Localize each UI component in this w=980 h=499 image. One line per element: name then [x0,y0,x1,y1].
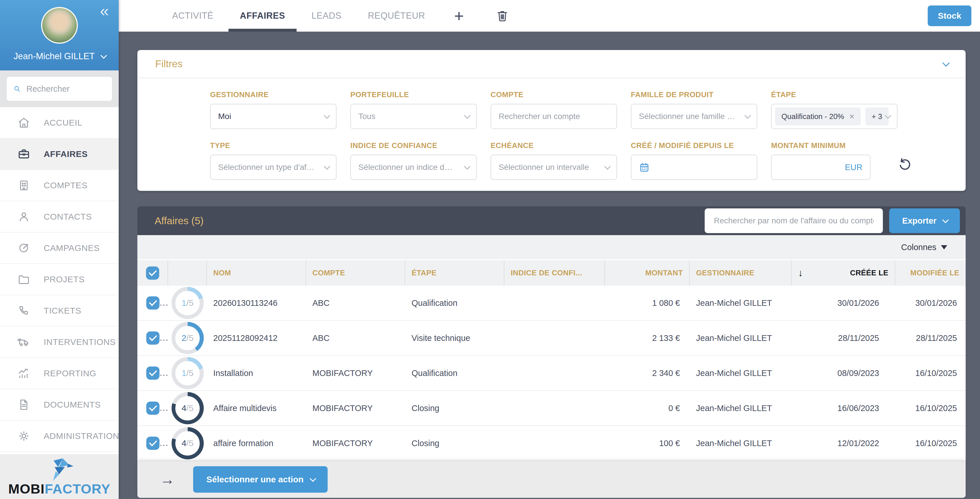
avatar[interactable] [41,7,78,44]
select-action-button[interactable]: Sélectionner une action [193,466,328,493]
col-creee-le[interactable]: ↓ CRÉÉE LE [792,260,895,286]
col-montant[interactable]: MONTANT [605,260,690,286]
cell-etape: Closing [405,403,504,413]
sidebar-item-label: TICKETS [44,306,81,316]
sidebar-item-administration[interactable]: ADMINISTRATION [0,421,119,452]
gestionnaire-select[interactable]: Moi [210,104,337,129]
add-tab-icon[interactable]: + [454,8,464,24]
sidebar-item-reporting[interactable]: REPORTING [0,358,119,389]
sidebar-item-tickets[interactable]: TICKETS [0,295,119,327]
table-row[interactable]: ... 4/5 affaire formation MOBIFACTORY Cl… [137,426,966,461]
table-row[interactable]: ... 1/5 20260130113246 ABC Qualification… [137,286,966,321]
gear-icon [17,429,30,443]
filter-label: MONTANT MINIMUM [771,141,897,150]
etape-more-chip[interactable]: + 3 [865,107,889,125]
table-row[interactable]: ... 4/5 Affaire multidevis MOBIFACTORY C… [137,391,966,426]
cell-montant: 1 080 € [605,298,690,308]
sidebar-item-label: INTERVENTIONS [44,337,116,347]
filters-collapse-icon[interactable] [942,59,950,66]
chevron-down-icon [464,112,471,119]
type-select[interactable]: Sélectionner un type d'affa... [210,155,337,180]
sidebar-item-label: ACCUEIL [44,118,82,128]
filter-cree-modifie: CRÉÉ / MODIFIÉ DEPUIS LE [631,141,757,180]
stock-button[interactable]: Stock [928,5,971,26]
reset-filters-icon[interactable] [897,157,912,173]
col-indice[interactable]: INDICE DE CONFI... [504,260,605,286]
export-button[interactable]: Exporter [889,209,960,233]
user-menu[interactable]: Jean-Michel GILLET [0,51,119,62]
cell-etape: Qualification [405,298,504,308]
sidebar-item-label: DOCUMENTS [44,400,101,410]
row-checkbox[interactable] [146,332,159,344]
select-all-checkbox[interactable] [146,266,159,280]
cell-compte: MOBIFACTORY [306,403,405,413]
columns-button[interactable]: Colonnes [901,242,936,252]
tab-label: LEADS [312,11,341,21]
cell-creee: 30/01/2026 [792,298,895,308]
chart-icon [17,367,30,380]
sidebar-item-projets[interactable]: PROJETS [0,264,119,295]
col-gestionnaire[interactable]: GESTIONNAIRE [690,260,792,286]
row-checkbox[interactable] [146,437,159,450]
sidebar-search-input[interactable] [26,84,106,94]
filter-indice-confiance: INDICE DE CONFIANCE Sélectionner un indi… [350,141,477,180]
trash-icon[interactable] [495,9,509,23]
sidebar-item-label: PROJETS [44,274,85,284]
sidebar-item-label: CONTACTS [44,212,92,222]
etape-multiselect[interactable]: Qualification - 20% × + 3 [771,104,897,129]
sidebar-collapse-icon[interactable]: « [100,3,109,19]
filter-label: FAMILLE DE PRODUIT [631,90,757,99]
famille-produit-select[interactable]: Sélectionner une famille pr... [631,104,757,129]
sidebar-item-comptes[interactable]: COMPTES [0,170,119,201]
filter-label: GESTIONNAIRE [210,90,337,99]
tab-leads[interactable]: LEADS [298,0,355,32]
echeance-select[interactable]: Sélectionner un intervalle [491,155,617,180]
filter-compte: COMPTE [491,90,617,129]
chip-close-icon[interactable]: × [849,112,854,121]
row-checkbox[interactable] [146,297,159,309]
progress-ring: 1/5 [172,287,204,319]
cell-modifiee: 28/11/2025 [895,333,966,343]
filter-label: TYPE [210,141,337,150]
sidebar-item-interventions[interactable]: INTERVENTIONS [0,327,119,358]
sidebar-item-accueil[interactable]: ACCUEIL [0,107,119,139]
col-compte[interactable]: COMPTE [306,260,405,286]
cell-gestionnaire: Jean-Michel GILLET [690,403,792,413]
cell-etape: Visite technique [405,333,504,343]
col-modifiee-le[interactable]: MODIFIÉE LE [895,260,966,286]
calendar-icon [639,162,650,173]
filter-montant-minimum: MONTANT MINIMUM EUR [771,141,897,180]
date-picker-field[interactable] [631,155,757,180]
progress-ring: 4/5 [172,392,204,424]
sidebar-item-label: CAMPAGNES [44,243,100,253]
filter-portefeuille: PORTEFEUILLE Tous [350,90,477,129]
table-row[interactable]: ... 1/5 Installation MOBIFACTORY Qualifi… [137,356,966,391]
sidebar-item-campagnes[interactable]: CAMPAGNES [0,233,119,264]
col-nom[interactable]: NOM [207,260,306,286]
portefeuille-select[interactable]: Tous [350,104,477,129]
etape-chip: Qualification - 20% × [775,107,861,125]
affaires-search-input[interactable] [705,209,883,233]
tab-activite[interactable]: ACTIVITÉ [159,0,227,32]
sidebar-item-contacts[interactable]: CONTACTS [0,201,119,233]
indice-confiance-select[interactable]: Sélectionner un indice de ... [350,155,477,180]
cell-creee: 12/01/2022 [792,438,895,448]
compte-search-input[interactable] [499,112,609,121]
filter-type: TYPE Sélectionner un type d'affa... [210,141,337,180]
currency-suffix: EUR [845,163,862,172]
folder-icon [17,273,30,286]
tab-affaires[interactable]: AFFAIRES [227,0,298,32]
arrow-right-icon[interactable]: → [160,472,175,487]
table-row[interactable]: ... 2/5 20251128092412 ABC Visite techni… [137,321,966,356]
tab-requeteur[interactable]: REQUÊTEUR [355,0,438,32]
sidebar-item-label: COMPTES [44,180,88,190]
logo-text: MOBIFACTORY [8,482,111,496]
col-etape[interactable]: ÉTAPE [405,260,504,286]
filters-header: Filtres [137,50,966,78]
row-checkbox[interactable] [146,367,159,380]
cell-modifiee: 16/10/2025 [895,403,966,413]
sidebar-item-affaires[interactable]: AFFAIRES [0,139,119,170]
sidebar-item-documents[interactable]: DOCUMENTS [0,389,119,421]
cell-modifiee: 16/10/2025 [895,438,966,448]
row-checkbox[interactable] [146,402,159,415]
